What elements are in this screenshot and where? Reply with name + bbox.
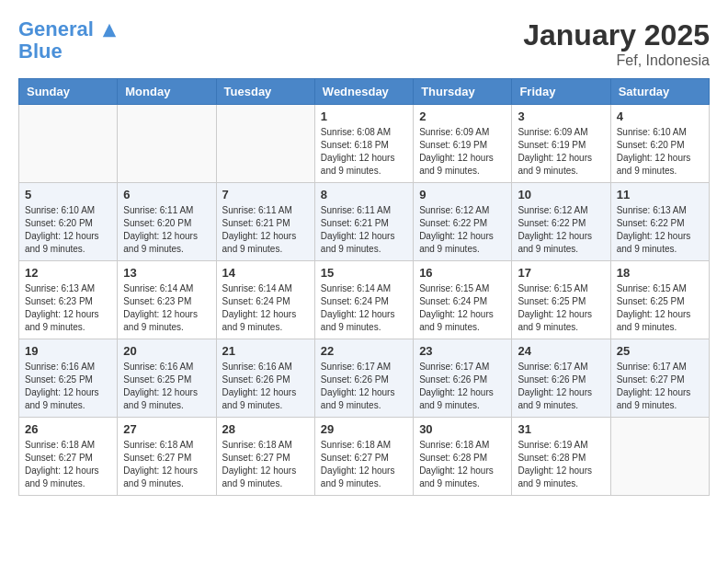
day-info: Sunrise: 6:16 AMSunset: 6:25 PMDaylight:… bbox=[25, 361, 111, 412]
logo-blue: Blue bbox=[18, 40, 63, 63]
calendar-day-23: 23Sunrise: 6:17 AMSunset: 6:26 PMDayligh… bbox=[414, 339, 512, 418]
calendar-day-26: 26Sunrise: 6:18 AMSunset: 6:27 PMDayligh… bbox=[19, 418, 118, 496]
day-info: Sunrise: 6:18 AMSunset: 6:28 PMDaylight:… bbox=[419, 439, 506, 490]
day-number: 24 bbox=[518, 344, 604, 358]
day-number: 6 bbox=[123, 188, 210, 201]
page-header: General Blue January 2025 Fef, Indonesia bbox=[18, 18, 710, 69]
day-number: 14 bbox=[222, 266, 309, 280]
calendar-day-4: 4Sunrise: 6:10 AMSunset: 6:20 PMDaylight… bbox=[610, 105, 709, 183]
calendar-day-6: 6Sunrise: 6:11 AMSunset: 6:20 PMDaylight… bbox=[118, 183, 216, 261]
calendar-day-15: 15Sunrise: 6:14 AMSunset: 6:24 PMDayligh… bbox=[314, 261, 413, 339]
calendar-day-12: 12Sunrise: 6:13 AMSunset: 6:23 PMDayligh… bbox=[19, 261, 118, 339]
calendar-day-empty bbox=[19, 105, 118, 183]
logo-text: General Blue bbox=[18, 18, 118, 63]
calendar-week-row: 19Sunrise: 6:16 AMSunset: 6:25 PMDayligh… bbox=[19, 339, 710, 418]
day-number: 2 bbox=[419, 109, 506, 123]
calendar-day-18: 18Sunrise: 6:15 AMSunset: 6:25 PMDayligh… bbox=[610, 261, 709, 339]
day-number: 27 bbox=[123, 422, 210, 436]
calendar-day-3: 3Sunrise: 6:09 AMSunset: 6:19 PMDaylight… bbox=[512, 105, 610, 183]
day-number: 26 bbox=[25, 422, 111, 436]
day-number: 16 bbox=[419, 266, 506, 280]
day-info: Sunrise: 6:14 AMSunset: 6:23 PMDaylight:… bbox=[123, 282, 210, 334]
calendar-day-16: 16Sunrise: 6:15 AMSunset: 6:24 PMDayligh… bbox=[414, 261, 512, 339]
calendar-week-row: 5Sunrise: 6:10 AMSunset: 6:20 PMDaylight… bbox=[19, 183, 710, 261]
weekday-header-saturday: Saturday bbox=[610, 79, 709, 105]
calendar-week-row: 26Sunrise: 6:18 AMSunset: 6:27 PMDayligh… bbox=[19, 418, 710, 496]
logo-general: General bbox=[18, 17, 94, 40]
title-section: January 2025 Fef, Indonesia bbox=[523, 18, 710, 69]
day-info: Sunrise: 6:15 AMSunset: 6:25 PMDaylight:… bbox=[617, 282, 703, 334]
day-info: Sunrise: 6:12 AMSunset: 6:22 PMDaylight:… bbox=[419, 204, 506, 256]
calendar-day-30: 30Sunrise: 6:18 AMSunset: 6:28 PMDayligh… bbox=[414, 418, 512, 496]
day-number: 18 bbox=[617, 266, 703, 280]
calendar-day-empty bbox=[118, 105, 216, 183]
calendar-week-row: 1Sunrise: 6:08 AMSunset: 6:18 PMDaylight… bbox=[19, 105, 710, 183]
calendar-day-22: 22Sunrise: 6:17 AMSunset: 6:26 PMDayligh… bbox=[314, 339, 413, 418]
day-number: 28 bbox=[222, 422, 309, 436]
logo: General Blue bbox=[18, 18, 118, 63]
day-info: Sunrise: 6:17 AMSunset: 6:27 PMDaylight:… bbox=[617, 361, 703, 412]
day-info: Sunrise: 6:16 AMSunset: 6:26 PMDaylight:… bbox=[222, 361, 309, 412]
day-info: Sunrise: 6:17 AMSunset: 6:26 PMDaylight:… bbox=[518, 361, 604, 412]
calendar-day-9: 9Sunrise: 6:12 AMSunset: 6:22 PMDaylight… bbox=[414, 183, 512, 261]
calendar-day-28: 28Sunrise: 6:18 AMSunset: 6:27 PMDayligh… bbox=[216, 418, 314, 496]
calendar-day-2: 2Sunrise: 6:09 AMSunset: 6:19 PMDaylight… bbox=[414, 105, 512, 183]
calendar-day-14: 14Sunrise: 6:14 AMSunset: 6:24 PMDayligh… bbox=[216, 261, 314, 339]
day-number: 1 bbox=[321, 109, 407, 123]
day-number: 22 bbox=[321, 344, 407, 358]
day-info: Sunrise: 6:17 AMSunset: 6:26 PMDaylight:… bbox=[321, 361, 407, 412]
day-number: 13 bbox=[123, 266, 210, 280]
calendar-day-8: 8Sunrise: 6:11 AMSunset: 6:21 PMDaylight… bbox=[314, 183, 413, 261]
weekday-header-sunday: Sunday bbox=[19, 79, 118, 105]
day-number: 19 bbox=[25, 344, 111, 358]
day-info: Sunrise: 6:17 AMSunset: 6:26 PMDaylight:… bbox=[419, 361, 506, 412]
calendar-day-17: 17Sunrise: 6:15 AMSunset: 6:25 PMDayligh… bbox=[512, 261, 610, 339]
calendar-table: SundayMondayTuesdayWednesdayThursdayFrid… bbox=[18, 78, 710, 496]
calendar-day-11: 11Sunrise: 6:13 AMSunset: 6:22 PMDayligh… bbox=[610, 183, 709, 261]
day-info: Sunrise: 6:09 AMSunset: 6:19 PMDaylight:… bbox=[518, 126, 604, 178]
day-info: Sunrise: 6:18 AMSunset: 6:27 PMDaylight:… bbox=[25, 439, 111, 490]
day-info: Sunrise: 6:09 AMSunset: 6:19 PMDaylight:… bbox=[419, 126, 506, 178]
day-info: Sunrise: 6:15 AMSunset: 6:24 PMDaylight:… bbox=[419, 282, 506, 334]
day-number: 10 bbox=[518, 188, 604, 201]
day-info: Sunrise: 6:18 AMSunset: 6:27 PMDaylight:… bbox=[321, 439, 407, 490]
day-info: Sunrise: 6:10 AMSunset: 6:20 PMDaylight:… bbox=[25, 204, 111, 256]
calendar-day-31: 31Sunrise: 6:19 AMSunset: 6:28 PMDayligh… bbox=[512, 418, 610, 496]
day-number: 21 bbox=[222, 344, 309, 358]
day-info: Sunrise: 6:19 AMSunset: 6:28 PMDaylight:… bbox=[518, 439, 604, 490]
day-number: 15 bbox=[321, 266, 407, 280]
weekday-header-row: SundayMondayTuesdayWednesdayThursdayFrid… bbox=[19, 79, 710, 105]
calendar-day-25: 25Sunrise: 6:17 AMSunset: 6:27 PMDayligh… bbox=[610, 339, 709, 418]
calendar-day-1: 1Sunrise: 6:08 AMSunset: 6:18 PMDaylight… bbox=[314, 105, 413, 183]
calendar-day-empty bbox=[610, 418, 709, 496]
day-number: 9 bbox=[419, 188, 506, 201]
calendar-week-row: 12Sunrise: 6:13 AMSunset: 6:23 PMDayligh… bbox=[19, 261, 710, 339]
day-info: Sunrise: 6:13 AMSunset: 6:23 PMDaylight:… bbox=[25, 282, 111, 334]
day-number: 23 bbox=[419, 344, 506, 358]
day-info: Sunrise: 6:14 AMSunset: 6:24 PMDaylight:… bbox=[222, 282, 309, 334]
day-info: Sunrise: 6:18 AMSunset: 6:27 PMDaylight:… bbox=[222, 439, 309, 490]
day-number: 7 bbox=[222, 188, 309, 201]
day-info: Sunrise: 6:18 AMSunset: 6:27 PMDaylight:… bbox=[123, 439, 210, 490]
day-number: 29 bbox=[321, 422, 407, 436]
day-number: 25 bbox=[617, 344, 703, 358]
weekday-header-wednesday: Wednesday bbox=[314, 79, 413, 105]
weekday-header-thursday: Thursday bbox=[414, 79, 512, 105]
calendar-day-29: 29Sunrise: 6:18 AMSunset: 6:27 PMDayligh… bbox=[314, 418, 413, 496]
day-number: 31 bbox=[518, 422, 604, 436]
day-info: Sunrise: 6:08 AMSunset: 6:18 PMDaylight:… bbox=[321, 126, 407, 178]
day-number: 11 bbox=[617, 188, 703, 201]
calendar-day-21: 21Sunrise: 6:16 AMSunset: 6:26 PMDayligh… bbox=[216, 339, 314, 418]
day-info: Sunrise: 6:13 AMSunset: 6:22 PMDaylight:… bbox=[617, 204, 703, 256]
calendar-day-10: 10Sunrise: 6:12 AMSunset: 6:22 PMDayligh… bbox=[512, 183, 610, 261]
calendar-day-20: 20Sunrise: 6:16 AMSunset: 6:25 PMDayligh… bbox=[118, 339, 216, 418]
day-info: Sunrise: 6:11 AMSunset: 6:21 PMDaylight:… bbox=[222, 204, 309, 256]
day-info: Sunrise: 6:12 AMSunset: 6:22 PMDaylight:… bbox=[518, 204, 604, 256]
day-number: 5 bbox=[25, 188, 111, 201]
calendar-day-24: 24Sunrise: 6:17 AMSunset: 6:26 PMDayligh… bbox=[512, 339, 610, 418]
location: Fef, Indonesia bbox=[523, 52, 710, 69]
day-info: Sunrise: 6:15 AMSunset: 6:25 PMDaylight:… bbox=[518, 282, 604, 334]
calendar-day-13: 13Sunrise: 6:14 AMSunset: 6:23 PMDayligh… bbox=[118, 261, 216, 339]
day-number: 8 bbox=[321, 188, 407, 201]
calendar-day-27: 27Sunrise: 6:18 AMSunset: 6:27 PMDayligh… bbox=[118, 418, 216, 496]
